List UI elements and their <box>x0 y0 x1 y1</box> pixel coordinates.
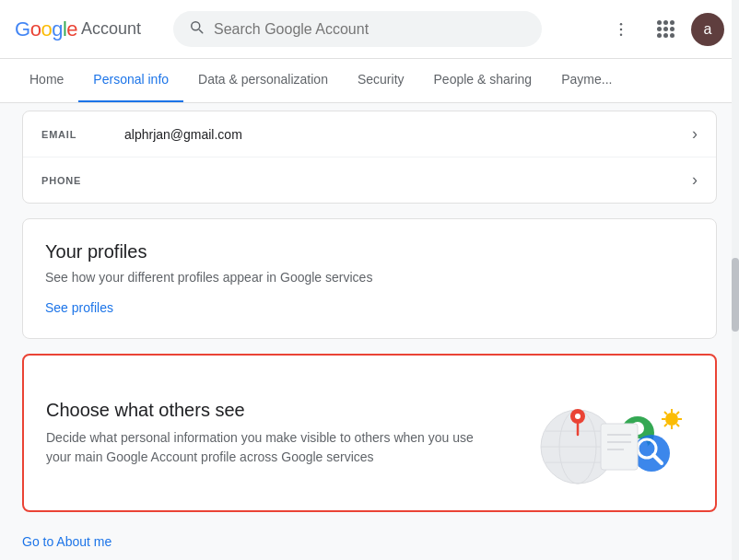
tab-people-sharing[interactable]: People & sharing <box>419 59 547 103</box>
grid-icon <box>657 20 674 38</box>
tab-data-personalization[interactable]: Data & personalization <box>183 59 343 103</box>
choose-description: Decide what personal information you mak… <box>46 428 490 467</box>
contact-info-card: EMAIL alphrjan@gmail.com › PHONE › <box>22 111 717 204</box>
svg-rect-16 <box>601 424 638 470</box>
choose-content: Choose what others see Decide what perso… <box>46 400 490 467</box>
profiles-card: Your profiles See how your different pro… <box>22 218 717 339</box>
choose-illustration <box>509 378 693 488</box>
choose-title: Choose what others see <box>46 400 490 421</box>
scrollbar-thumb[interactable] <box>732 258 739 332</box>
nav-tabs: Home Personal info Data & personalizatio… <box>0 59 739 103</box>
go-to-about-me-link[interactable]: Go to About me <box>22 527 717 556</box>
search-bar[interactable] <box>173 11 542 47</box>
account-label: Account <box>81 19 141 39</box>
apps-button[interactable] <box>647 11 684 48</box>
avatar[interactable]: a <box>691 13 724 46</box>
header: Google Account a <box>0 0 739 59</box>
svg-point-20 <box>665 413 678 426</box>
see-profiles-link[interactable]: See profiles <box>45 300 113 315</box>
profiles-title: Your profiles <box>45 241 694 262</box>
email-label: EMAIL <box>41 129 124 140</box>
svg-point-0 <box>620 22 623 25</box>
tab-personal-info[interactable]: Personal info <box>78 59 183 103</box>
tab-home[interactable]: Home <box>15 59 78 103</box>
logo-area: Google Account <box>15 18 162 41</box>
google-logo: Google <box>15 18 77 41</box>
search-input[interactable] <box>214 21 527 38</box>
svg-line-27 <box>676 412 679 414</box>
svg-point-2 <box>620 33 623 36</box>
tab-payments[interactable]: Payme... <box>546 59 627 103</box>
header-actions: a <box>603 11 724 48</box>
svg-line-25 <box>664 412 667 414</box>
scrollbar-track <box>732 0 739 560</box>
main-content: EMAIL alphrjan@gmail.com › PHONE › Your … <box>0 103 739 560</box>
email-row[interactable]: EMAIL alphrjan@gmail.com › <box>23 111 716 158</box>
email-arrow-icon: › <box>692 124 698 144</box>
phone-row[interactable]: PHONE › <box>23 158 716 203</box>
phone-label: PHONE <box>41 175 124 186</box>
svg-line-26 <box>676 424 679 426</box>
profiles-description: See how your different profiles appear i… <box>45 270 694 285</box>
svg-point-1 <box>620 28 623 30</box>
email-value: alphrjan@gmail.com <box>124 127 692 142</box>
choose-others-see-card[interactable]: Choose what others see Decide what perso… <box>22 354 717 512</box>
phone-arrow-icon: › <box>692 170 698 190</box>
search-icon <box>188 18 205 40</box>
svg-line-28 <box>664 424 667 426</box>
tab-security[interactable]: Security <box>343 59 419 103</box>
svg-point-9 <box>575 414 581 419</box>
more-options-button[interactable] <box>603 11 639 48</box>
